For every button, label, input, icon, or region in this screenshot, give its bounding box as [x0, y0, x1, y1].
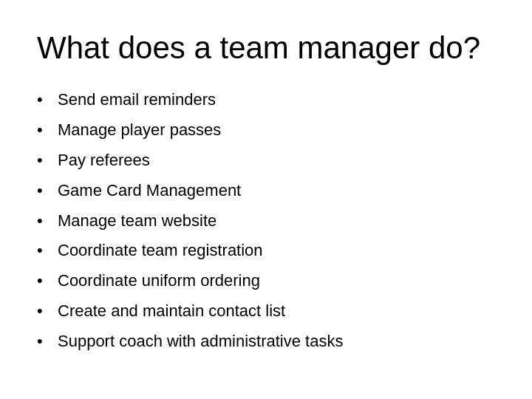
list-item: •Manage player passes	[37, 119, 495, 142]
bullet-text: Create and maintain contact list	[58, 300, 495, 323]
list-item: •Send email reminders	[37, 89, 495, 112]
bullet-text: Pay referees	[58, 149, 495, 172]
bullet-dot-icon: •	[37, 149, 52, 172]
bullet-dot-icon: •	[37, 180, 52, 202]
bullet-text: Coordinate uniform ordering	[58, 270, 495, 293]
list-item: •Coordinate uniform ordering	[37, 270, 495, 293]
list-item: •Coordinate team registration	[37, 239, 495, 262]
bullet-text: Support coach with administrative tasks	[58, 330, 495, 353]
bullet-text: Coordinate team registration	[58, 239, 495, 262]
bullet-dot-icon: •	[37, 119, 52, 142]
bullet-text: Manage player passes	[58, 119, 495, 142]
bullet-dot-icon: •	[37, 270, 52, 293]
bullet-list: •Send email reminders•Manage player pass…	[37, 89, 495, 360]
bullet-dot-icon: •	[37, 210, 52, 233]
bullet-text: Manage team website	[58, 210, 495, 233]
list-item: •Pay referees	[37, 149, 495, 172]
slide: What does a team manager do? •Send email…	[0, 0, 532, 399]
list-item: •Support coach with administrative tasks	[37, 330, 495, 353]
bullet-text: Game Card Management	[58, 180, 495, 202]
list-item: •Game Card Management	[37, 180, 495, 202]
slide-title: What does a team manager do?	[37, 30, 495, 66]
list-item: •Manage team website	[37, 210, 495, 233]
bullet-dot-icon: •	[37, 300, 52, 323]
bullet-dot-icon: •	[37, 89, 52, 112]
bullet-dot-icon: •	[37, 239, 52, 262]
bullet-dot-icon: •	[37, 330, 52, 353]
bullet-text: Send email reminders	[58, 89, 495, 112]
list-item: •Create and maintain contact list	[37, 300, 495, 323]
